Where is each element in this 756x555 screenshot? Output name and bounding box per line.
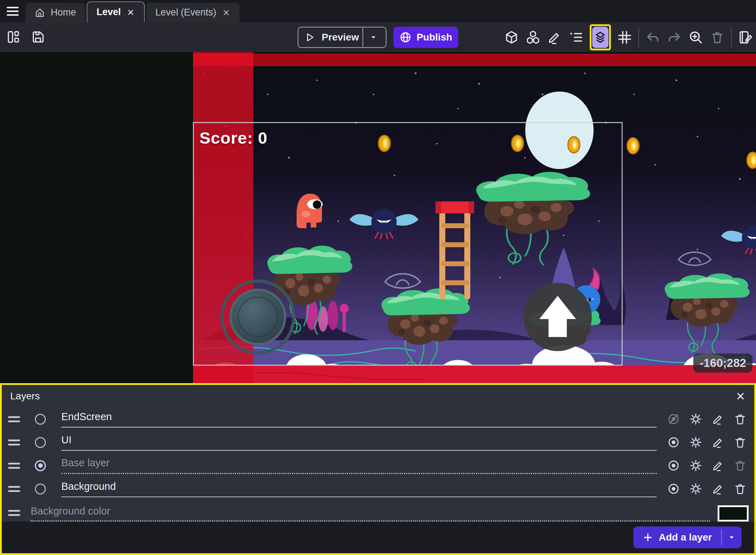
layer-select-radio[interactable] [35,484,46,494]
instances-list-button[interactable] [568,27,584,47]
scene-artwork [0,52,756,383]
toolbar: Preview Publish [0,22,756,52]
drag-handle-icon[interactable] [8,416,20,422]
layers-button-highlight [590,24,611,50]
rename-icon[interactable] [712,482,724,495]
play-icon [304,32,315,43]
layers-panel-title: Layers [10,391,40,402]
edit-button[interactable] [547,27,562,47]
visibility-icon[interactable] [667,436,680,449]
objects-button[interactable] [525,27,541,47]
pencil-icon [547,30,562,45]
close-tab-icon[interactable] [222,8,230,17]
add-layer-button[interactable]: Add a layer [633,526,742,548]
tab-label: Home [51,7,76,18]
toolbar-divider [638,27,639,48]
layer-row-ui [2,431,754,454]
globe-icon [399,31,411,43]
save-button[interactable] [30,27,46,47]
layer-select-radio[interactable] [35,460,46,471]
layer-row-endscreen [2,407,754,431]
layout-panels-button[interactable] [6,27,21,47]
redo-button[interactable] [667,27,682,47]
score-text: Score: 0 [199,128,267,148]
layer-row-base [2,454,754,477]
drag-handle-icon[interactable] [8,439,20,445]
rename-icon[interactable] [712,413,724,425]
scene-canvas[interactable]: Score: 0 -160;282 [0,52,756,383]
cursor-coordinates: -160;282 [693,354,752,373]
tab-level[interactable]: Level [87,1,145,22]
moon [525,92,594,169]
tab-level-events[interactable]: Level (Events) [146,3,240,22]
rename-icon[interactable] [712,436,724,449]
layer-row-background [2,477,754,500]
delete-layer-icon[interactable] [734,459,746,472]
drag-handle-icon [8,510,20,516]
layer-name-input[interactable] [61,481,657,497]
app-window: Home Level Level (Events) [0,0,756,555]
visibility-icon[interactable] [667,459,680,472]
delete-button[interactable] [709,27,725,47]
tab-label: Level [97,7,121,18]
preview-button[interactable]: Preview [298,27,386,48]
delete-layer-icon[interactable] [734,482,746,495]
redo-icon [667,30,682,45]
add-layer-label: Add a layer [659,532,712,543]
close-tab-icon[interactable] [126,8,135,17]
3d-box-icon [504,30,519,45]
menu-button[interactable] [0,0,25,22]
scene-properties-button[interactable] [738,27,753,47]
lighting-icon[interactable] [689,436,702,449]
drag-handle-icon[interactable] [8,486,20,492]
background-color-swatch[interactable] [718,505,749,522]
delete-layer-icon[interactable] [734,436,746,449]
undo-button[interactable] [645,27,661,47]
instances-list-icon [569,30,583,45]
zoom-in-icon [688,30,703,45]
layers-panel-header: Layers [2,385,754,407]
tab-bar: Home Level Level (Events) [0,0,756,22]
grid-icon [617,30,632,45]
background-color-row: Background color [2,500,754,522]
save-icon [31,30,45,44]
plus-icon [643,532,653,543]
layer-name-input[interactable] [61,434,657,451]
layers-button[interactable] [592,27,608,48]
visibility-off-icon[interactable] [667,413,680,425]
close-panel-icon[interactable] [735,391,746,401]
hamburger-icon [6,6,19,17]
objects-icon [526,30,540,45]
grid-button[interactable] [617,27,632,47]
drag-handle-icon[interactable] [8,463,20,469]
layers-panel-footer: Add a layer [2,522,754,553]
layout-panels-icon [6,30,20,44]
zoom-in-button[interactable] [688,27,704,47]
layer-select-radio[interactable] [35,414,46,425]
layer-select-radio[interactable] [35,437,46,448]
joystick-control [222,281,294,353]
publish-button[interactable]: Publish [394,27,458,48]
3d-box-button[interactable] [504,27,519,47]
preview-dropdown[interactable] [362,28,384,47]
background-color-label: Background color [31,505,710,522]
layers-icon [594,31,607,44]
notebook-edit-icon [738,30,753,45]
delete-layer-icon[interactable] [734,413,746,425]
lighting-icon[interactable] [689,482,702,495]
undo-icon [645,30,660,45]
toolbar-divider [731,27,732,48]
jump-button-control [523,283,592,351]
add-layer-dropdown[interactable] [722,526,742,548]
tab-home[interactable]: Home [25,3,85,22]
tab-label: Level (Events) [155,7,216,18]
background-color-value [719,507,747,520]
layer-name-input[interactable] [61,411,657,428]
lighting-icon[interactable] [689,459,702,472]
layer-name-input[interactable] [61,457,657,474]
visibility-icon[interactable] [667,482,680,495]
home-icon [35,7,45,18]
rename-icon[interactable] [712,459,724,472]
lighting-icon[interactable] [689,413,702,425]
preview-label: Preview [322,32,359,43]
